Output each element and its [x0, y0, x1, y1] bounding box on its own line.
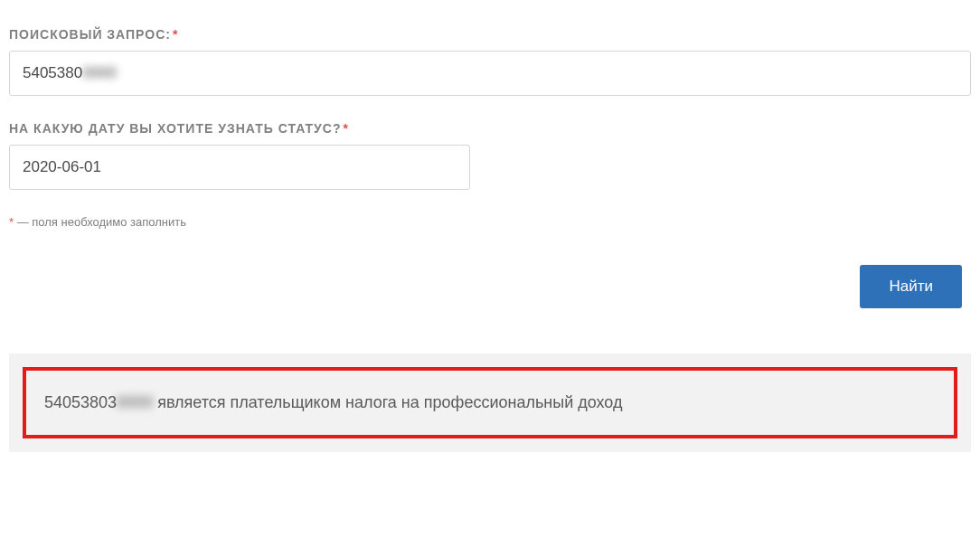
hint-text: — поля необходимо заполнить — [14, 215, 186, 229]
result-id-visible: 54053803 — [44, 393, 117, 411]
date-label: НА КАКУЮ ДАТУ ВЫ ХОТИТЕ УЗНАТЬ СТАТУС?* — [9, 121, 971, 136]
search-query-group: ПОИСКОВЫЙ ЗАПРОС:* 54053800000 — [9, 27, 971, 96]
search-query-label: ПОИСКОВЫЙ ЗАПРОС:* — [9, 27, 971, 42]
result-text: является плательщиком налога на професси… — [153, 393, 622, 411]
required-asterisk: * — [173, 27, 178, 42]
date-input[interactable] — [9, 145, 470, 190]
search-query-input[interactable]: 54053800000 — [9, 51, 971, 96]
date-label-text: НА КАКУЮ ДАТУ ВЫ ХОТИТЕ УЗНАТЬ СТАТУС? — [9, 121, 341, 136]
search-value-visible: 5405380 — [23, 64, 82, 81]
submit-button[interactable]: Найти — [860, 265, 962, 308]
required-asterisk: * — [343, 121, 348, 136]
result-panel: 540538030000 является плательщиком налог… — [9, 353, 971, 452]
required-hint: * — поля необходимо заполнить — [9, 215, 971, 229]
date-group: НА КАКУЮ ДАТУ ВЫ ХОТИТЕ УЗНАТЬ СТАТУС?* — [9, 121, 971, 190]
search-value-blurred: 0000 — [82, 64, 117, 81]
result-box: 540538030000 является плательщиком налог… — [23, 367, 957, 438]
result-id-blurred: 0000 — [117, 393, 153, 411]
search-query-label-text: ПОИСКОВЫЙ ЗАПРОС: — [9, 27, 171, 42]
button-row: Найти — [9, 265, 971, 308]
